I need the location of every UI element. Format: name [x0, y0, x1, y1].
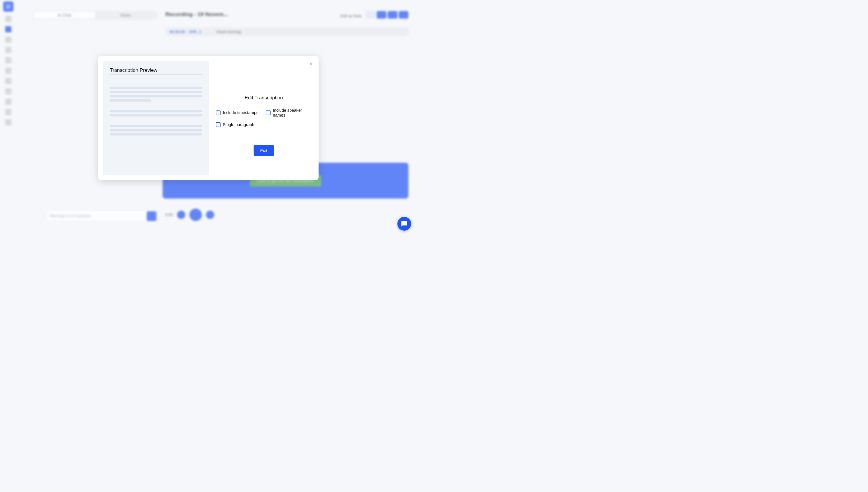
edit-title: Edit Transcription	[244, 95, 283, 100]
modal-preview-panel: Transcription Preview	[103, 61, 209, 175]
checkbox-label: Include timestamps	[223, 110, 258, 115]
edit-button[interactable]: Edit	[254, 145, 274, 156]
checkbox-label: Include speaker names	[273, 108, 312, 118]
skeleton-paragraph-2	[110, 110, 202, 116]
close-button[interactable]	[309, 62, 313, 66]
option-include-timestamps[interactable]: Include timestamps	[216, 108, 258, 118]
skeleton-line	[110, 129, 202, 131]
skeleton-line	[110, 91, 202, 93]
skeleton-line	[110, 133, 202, 136]
skeleton-paragraph-1	[110, 87, 202, 102]
checkbox-icon	[216, 122, 220, 127]
transcription-modal: Transcription Preview Edit	[98, 56, 319, 180]
checkbox-icon	[266, 110, 271, 115]
close-icon	[309, 62, 313, 66]
skeleton-line	[110, 95, 202, 97]
preview-title: Transcription Preview	[110, 67, 202, 74]
skeleton-line	[110, 99, 152, 102]
checkbox-options: Include timestamps Include speaker names…	[216, 108, 312, 127]
skeleton-paragraph-3	[110, 125, 202, 135]
modal-overlay: Transcription Preview Edit	[0, 0, 417, 236]
checkbox-icon	[216, 110, 220, 115]
modal-edit-panel: Edit Transcription Include timestamps In…	[213, 56, 319, 180]
skeleton-line	[110, 110, 202, 112]
skeleton-line	[110, 87, 202, 89]
option-single-paragraph[interactable]: Single paragraph	[216, 122, 258, 127]
checkbox-label: Single paragraph	[223, 122, 254, 127]
option-include-speaker-names[interactable]: Include speaker names	[266, 108, 312, 118]
skeleton-line	[110, 114, 202, 117]
skeleton-line	[110, 125, 202, 127]
